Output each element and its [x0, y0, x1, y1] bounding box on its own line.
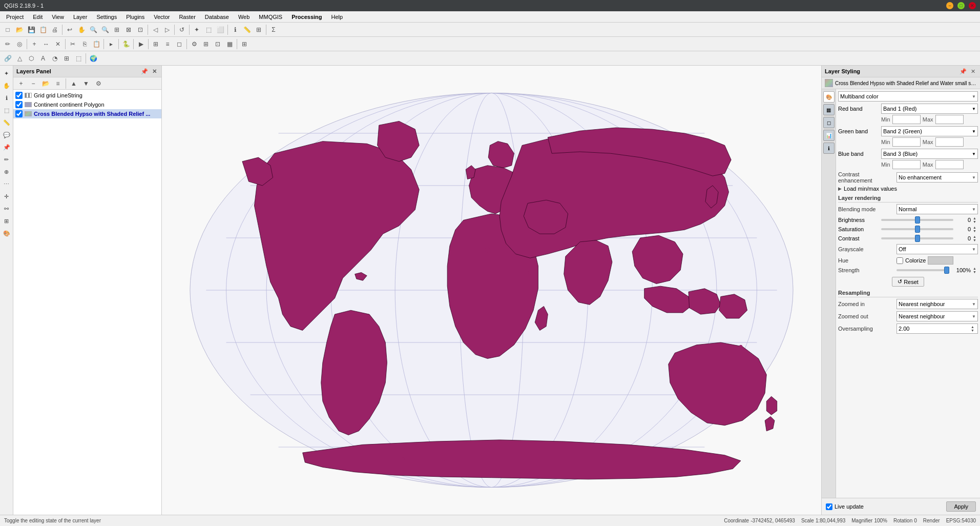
brightness-spinner[interactable]: ▲ ▼: [973, 216, 978, 224]
green-band-select[interactable]: Band 2 (Green) ▼: [881, 126, 978, 136]
menu-help[interactable]: Help: [327, 13, 347, 21]
layer-item-1[interactable]: Continent continent Polygon: [13, 100, 161, 109]
styling-paintbucket-icon[interactable]: 🎨: [823, 91, 835, 103]
menu-database[interactable]: Database: [201, 13, 233, 21]
layers-close-icon[interactable]: ✕: [150, 67, 158, 75]
layers-up-btn[interactable]: ▲: [68, 78, 79, 89]
lt-select-btn[interactable]: ⬚: [1, 105, 12, 116]
strength-down-icon[interactable]: ▼: [973, 270, 978, 274]
identify-button[interactable]: ℹ: [230, 24, 241, 35]
brightness-track[interactable]: [881, 219, 953, 221]
canvas-btn[interactable]: ◻: [174, 38, 185, 50]
advanced-digitize-btn[interactable]: △: [14, 53, 25, 64]
oversampling-input[interactable]: 2.00 ▲ ▼: [896, 323, 978, 334]
layers-pin-icon[interactable]: 📌: [140, 67, 149, 75]
menu-settings[interactable]: Settings: [92, 13, 121, 21]
styling-metadata-icon[interactable]: ℹ: [823, 143, 835, 154]
select-rect-button[interactable]: ⬚: [203, 24, 214, 35]
copy-feature-button[interactable]: ⎘: [79, 38, 90, 50]
oversampling-up-icon[interactable]: ▲: [971, 325, 976, 329]
red-max-input[interactable]: [935, 115, 964, 124]
menu-project[interactable]: Project: [2, 13, 28, 21]
renderer-dropdown[interactable]: Multiband color ▼: [838, 91, 978, 102]
lt-identify-btn[interactable]: ℹ: [1, 92, 12, 104]
styling-raster-icon[interactable]: ▦: [823, 104, 835, 115]
measure-button[interactable]: 📏: [241, 24, 253, 35]
zoomed-in-dropdown[interactable]: Nearest neighbour ▼: [896, 299, 978, 309]
lt-measure-btn[interactable]: 📏: [1, 117, 12, 128]
oversampling-down-icon[interactable]: ▼: [971, 329, 976, 332]
saturation-thumb[interactable]: [915, 226, 920, 233]
layers-filter-btn[interactable]: ≡: [52, 78, 64, 89]
colorize-swatch[interactable]: [928, 256, 953, 265]
new-project-button[interactable]: □: [2, 24, 13, 35]
processing-history-btn[interactable]: ⊞: [200, 38, 212, 50]
contrast-thumb[interactable]: [915, 235, 920, 242]
strength-track[interactable]: [896, 269, 949, 271]
layers-add-btn[interactable]: +: [15, 78, 27, 89]
maximize-button[interactable]: □: [957, 2, 965, 9]
atlas-btn[interactable]: ⊞: [61, 53, 72, 64]
zoom-in-button[interactable]: 🔍: [88, 24, 99, 35]
oversampling-spinner[interactable]: ▲ ▼: [971, 325, 976, 332]
colorize-checkbox[interactable]: [896, 257, 903, 264]
lt-route-btn[interactable]: ⚯: [1, 203, 12, 214]
menu-vector[interactable]: Vector: [150, 13, 174, 21]
lt-annotation-btn[interactable]: 💬: [1, 129, 12, 140]
menu-mmqgis[interactable]: MMQGIS: [255, 13, 286, 21]
contrast-dropdown[interactable]: No enhancement ▼: [896, 172, 978, 183]
contrast-up-icon[interactable]: ▲: [973, 235, 978, 238]
python-btn[interactable]: 🐍: [120, 38, 132, 50]
saturation-track[interactable]: [881, 228, 953, 230]
menu-layer[interactable]: Layer: [69, 13, 92, 21]
field-calc-btn[interactable]: ⊞: [150, 38, 161, 50]
strength-spinner[interactable]: ▲ ▼: [973, 267, 978, 274]
layers-remove-btn[interactable]: −: [28, 78, 39, 89]
lt-advanced-btn[interactable]: ⊕: [1, 166, 12, 177]
strength-up-icon[interactable]: ▲: [973, 267, 978, 270]
reset-button[interactable]: ↺ Reset: [892, 277, 924, 287]
layer-check-0[interactable]: [15, 92, 23, 99]
minimize-button[interactable]: −: [946, 2, 953, 9]
statistics-button[interactable]: Σ: [268, 24, 279, 35]
menu-view[interactable]: View: [48, 13, 68, 21]
lt-pin-btn[interactable]: 📌: [1, 141, 12, 153]
print-button[interactable]: 🖨: [49, 24, 60, 35]
layer-check-2[interactable]: [15, 110, 23, 117]
layers-open-btn[interactable]: 📂: [40, 78, 51, 89]
open-button[interactable]: 📂: [14, 24, 25, 35]
zoomed-out-dropdown[interactable]: Nearest neighbour ▼: [896, 311, 978, 321]
map-area[interactable]: [162, 66, 821, 515]
contrast-track[interactable]: [881, 237, 953, 239]
pan-button[interactable]: ✋: [76, 24, 87, 35]
apply-button[interactable]: Apply: [946, 501, 976, 512]
more-digitize-button[interactable]: ▸: [106, 38, 117, 50]
load-minmax-row[interactable]: ▶ Load min/max values: [838, 186, 978, 192]
processing-models-btn[interactable]: ⊡: [212, 38, 223, 50]
delete-feature-button[interactable]: ✕: [52, 38, 64, 50]
lt-layer-btn[interactable]: ⊞: [1, 215, 12, 227]
layer-item-2[interactable]: Cross Blended Hypso with Shaded Relief .…: [13, 109, 161, 118]
composer-btn[interactable]: ⬚: [73, 53, 84, 64]
live-update-checkbox[interactable]: [826, 503, 832, 510]
globe-btn[interactable]: 🌍: [88, 53, 99, 64]
stats-btn2[interactable]: ≡: [162, 38, 173, 50]
layer-item-0[interactable]: Grid grid LineString: [13, 91, 161, 100]
zoom-next-button[interactable]: ▷: [161, 24, 173, 35]
grayscale-dropdown[interactable]: Off ▼: [896, 244, 978, 254]
run-script-btn[interactable]: ▶: [135, 38, 147, 50]
attribute-table-button[interactable]: ⊞: [253, 24, 264, 35]
blue-max-input[interactable]: [935, 160, 964, 169]
menu-web[interactable]: Web: [234, 13, 254, 21]
save-button[interactable]: 💾: [26, 24, 37, 35]
blue-band-select[interactable]: Band 3 (Blue) ▼: [881, 149, 978, 159]
green-max-input[interactable]: [935, 137, 964, 147]
save-as-button[interactable]: 📋: [37, 24, 49, 35]
zoom-layer-button[interactable]: ⊠: [123, 24, 134, 35]
contrast-spinner[interactable]: ▲ ▼: [973, 235, 978, 242]
refresh-button[interactable]: ↺: [176, 24, 187, 35]
layers-settings-btn[interactable]: ⚙: [93, 78, 104, 89]
node-tool-button[interactable]: ◎: [14, 38, 25, 50]
styling-transparency-icon[interactable]: ◻: [823, 117, 835, 128]
menu-edit[interactable]: Edit: [29, 13, 47, 21]
